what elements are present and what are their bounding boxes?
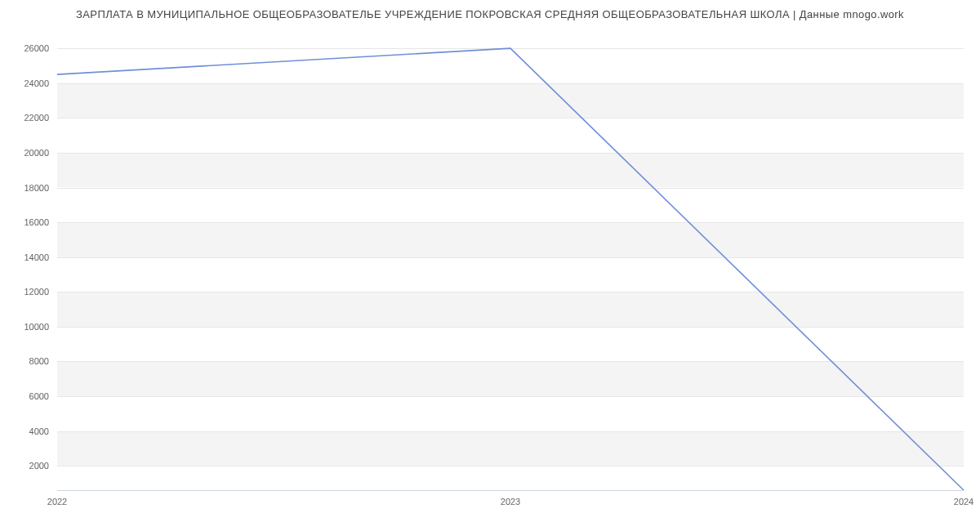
chart-line-layer	[57, 33, 964, 490]
y-tick-label: 12000	[24, 287, 49, 297]
y-tick-label: 6000	[29, 391, 49, 401]
line-chart: ЗАРПЛАТА В МУНИЦИПАЛЬНОЕ ОБЩЕОБРАЗОВАТЕЛ…	[0, 0, 980, 531]
y-tick-label: 4000	[29, 426, 49, 436]
y-tick-label: 2000	[29, 461, 49, 471]
y-tick-label: 8000	[29, 356, 49, 366]
x-tick-label: 2024	[954, 497, 973, 506]
y-tick-label: 20000	[24, 148, 49, 158]
y-tick-label: 22000	[24, 113, 49, 123]
y-tick-label: 16000	[24, 217, 49, 227]
x-tick-label: 2023	[501, 497, 520, 506]
y-tick-label: 14000	[24, 252, 49, 262]
x-tick-label: 2022	[47, 497, 67, 506]
chart-title: ЗАРПЛАТА В МУНИЦИПАЛЬНОЕ ОБЩЕОБРАЗОВАТЕЛ…	[0, 8, 980, 20]
y-tick-label: 26000	[24, 43, 49, 53]
plot-area: 2000400060008000100001200014000160001800…	[57, 33, 964, 491]
y-tick-label: 18000	[24, 183, 49, 193]
series-line	[57, 48, 964, 490]
y-tick-label: 10000	[24, 322, 49, 332]
y-tick-label: 24000	[24, 78, 49, 88]
